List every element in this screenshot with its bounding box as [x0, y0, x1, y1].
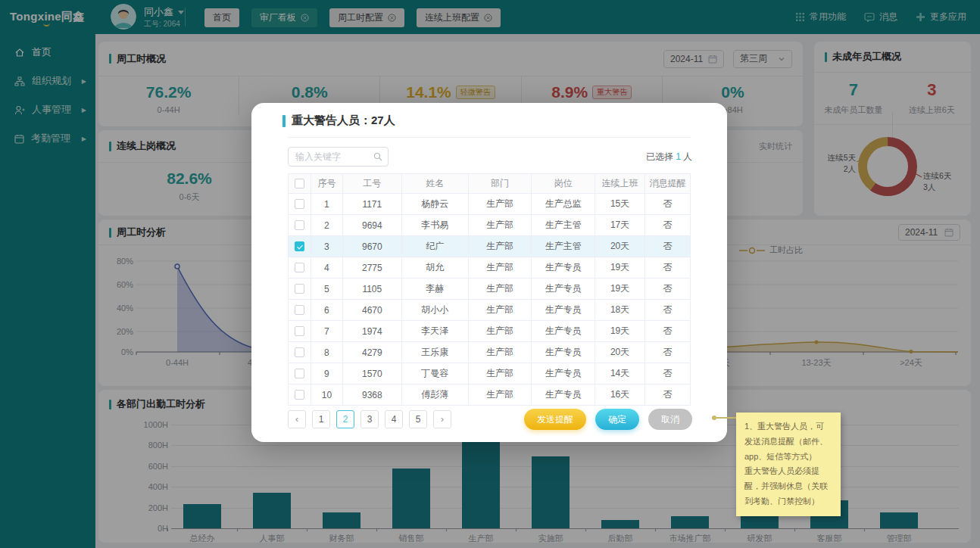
table-row[interactable]: 51105李赫生产部生产专员19天否 — [289, 279, 691, 300]
cell-employee-id: 9670 — [342, 236, 401, 257]
cell-department: 生产部 — [468, 300, 532, 321]
cell-reminded: 否 — [645, 279, 691, 300]
cell-name: 胡允 — [401, 257, 468, 279]
cell-reminded: 否 — [645, 300, 691, 321]
title-accent-bar — [282, 115, 286, 127]
cell-continuous-days: 18天 — [595, 300, 645, 321]
cell-reminded: 否 — [645, 194, 691, 215]
row-checkbox[interactable] — [295, 263, 304, 272]
cell-employee-id: 4279 — [342, 342, 401, 363]
table-row[interactable]: 109368傅彭薄生产部生产专员16天否 — [289, 385, 691, 406]
table-row[interactable]: 42775胡允生产部生产专员19天否 — [289, 257, 691, 279]
cell-position: 生产专员 — [532, 342, 595, 363]
cell-department: 生产部 — [468, 194, 532, 215]
cell-position: 生产专员 — [532, 385, 595, 406]
sticky-note: 1、重大警告人员，可发送消息提醒（邮件、app、短信等方式） 重大警告人员必须提… — [736, 413, 841, 516]
page-button[interactable]: 2 — [336, 410, 354, 428]
cell-no: 4 — [311, 257, 342, 279]
cell-position: 生产专员 — [532, 279, 595, 300]
send-reminder-button[interactable]: 发送提醒 — [524, 409, 586, 430]
cell-name: 杨静云 — [401, 194, 468, 215]
row-checkbox[interactable] — [295, 390, 304, 400]
modal-title: 重大警告人员：27人 — [282, 114, 395, 128]
row-checkbox[interactable] — [295, 347, 304, 357]
cell-name: 王乐康 — [401, 342, 468, 363]
cell-name: 傅彭薄 — [401, 385, 468, 406]
cell-name: 纪广 — [401, 236, 468, 257]
table-row[interactable]: 64670胡小小生产部生产专员18天否 — [289, 300, 691, 321]
cell-employee-id: 9368 — [342, 385, 401, 406]
cell-department: 生产部 — [468, 236, 532, 257]
select-all-checkbox[interactable] — [295, 179, 304, 188]
row-checkbox[interactable] — [295, 241, 304, 251]
cell-no: 1 — [311, 194, 342, 215]
cell-employee-id: 4670 — [342, 300, 401, 321]
table-row[interactable]: 84279王乐康生产部生产专员20天否 — [289, 342, 691, 363]
cell-reminded: 否 — [645, 385, 691, 406]
cell-continuous-days: 20天 — [595, 342, 645, 363]
cell-reminded: 否 — [645, 363, 691, 385]
cell-position: 生产主管 — [532, 215, 595, 236]
table-row[interactable]: 39670纪广生产部生产主管20天否 — [289, 236, 691, 257]
cell-department: 生产部 — [468, 363, 532, 385]
cell-department: 生产部 — [468, 279, 532, 300]
selected-count-value: 1 — [676, 151, 681, 162]
row-checkbox[interactable] — [295, 284, 304, 294]
cancel-button[interactable]: 取消 — [648, 409, 692, 430]
table-row[interactable]: 11171杨静云生产部生产总监15天否 — [289, 194, 691, 215]
prev-page-button[interactable]: ‹ — [288, 410, 306, 428]
cell-continuous-days: 17天 — [595, 215, 645, 236]
cell-name: 丁曼容 — [401, 363, 468, 385]
cell-employee-id: 1570 — [342, 363, 401, 385]
cell-department: 生产部 — [468, 342, 532, 363]
table-row[interactable]: 91570丁曼容生产部生产专员14天否 — [289, 363, 691, 385]
table-header: 序号 — [311, 174, 342, 194]
cell-no: 5 — [311, 279, 342, 300]
cell-employee-id: 2775 — [342, 257, 401, 279]
cell-position: 生产主管 — [532, 236, 595, 257]
cell-reminded: 否 — [645, 215, 691, 236]
table-row[interactable]: 71974李天泽生产部生产专员19天否 — [289, 321, 691, 342]
cell-reminded: 否 — [645, 321, 691, 342]
table-row[interactable]: 29694李书易生产部生产主管17天否 — [289, 215, 691, 236]
cell-position: 生产总监 — [532, 194, 595, 215]
page-button[interactable]: 1 — [312, 410, 330, 428]
cell-position: 生产专员 — [532, 363, 595, 385]
selected-count: 已选择1人 — [646, 151, 692, 163]
cell-continuous-days: 19天 — [595, 321, 645, 342]
row-checkbox[interactable] — [295, 326, 304, 336]
cell-continuous-days: 19天 — [595, 257, 645, 279]
cell-employee-id: 9694 — [342, 215, 401, 236]
note-line: 重大警告人员必须提醒，并强制休息（关联到考勤、门禁控制） — [744, 464, 832, 509]
page-button[interactable]: 4 — [385, 410, 403, 428]
cell-department: 生产部 — [468, 215, 532, 236]
row-checkbox[interactable] — [295, 220, 304, 230]
next-page-button[interactable]: › — [433, 410, 451, 428]
cell-reminded: 否 — [645, 236, 691, 257]
cell-department: 生产部 — [468, 385, 532, 406]
cell-no: 6 — [311, 300, 342, 321]
cell-continuous-days: 16天 — [595, 385, 645, 406]
page-button[interactable]: 5 — [409, 410, 427, 428]
cell-continuous-days: 20天 — [595, 236, 645, 257]
confirm-button[interactable]: 确定 — [595, 409, 639, 430]
row-checkbox[interactable] — [295, 199, 304, 209]
table-header: 姓名 — [401, 174, 468, 194]
page-button[interactable]: 3 — [360, 410, 379, 428]
cell-department: 生产部 — [468, 321, 532, 342]
cell-no: 2 — [311, 215, 342, 236]
cell-continuous-days: 14天 — [595, 363, 645, 385]
note-line: 1、重大警告人员，可发送消息提醒（邮件、app、短信等方式） — [744, 419, 832, 464]
cell-no: 9 — [311, 363, 342, 385]
table-header: 连续上班 — [595, 174, 645, 194]
major-warning-modal: 重大警告人员：27人 已选择1人 序号工号姓名部门岗位连续上班消息提醒 1117… — [251, 103, 727, 442]
row-checkbox[interactable] — [295, 305, 304, 315]
cell-employee-id: 1105 — [342, 279, 401, 300]
cell-no: 8 — [311, 342, 342, 363]
keyword-search — [288, 147, 389, 167]
cell-department: 生产部 — [468, 257, 532, 279]
row-checkbox[interactable] — [295, 369, 304, 378]
note-connector-line — [715, 417, 738, 419]
cell-reminded: 否 — [645, 257, 691, 279]
search-icon[interactable] — [373, 152, 382, 161]
